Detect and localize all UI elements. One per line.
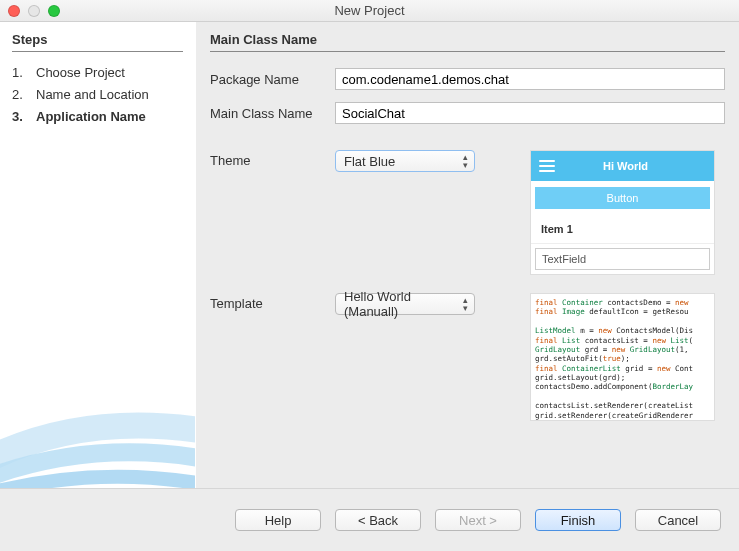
template-code-preview: final Container contactsDemo = new final… — [530, 293, 715, 421]
chevron-updown-icon: ▴▾ — [463, 153, 468, 169]
template-select-value: Hello World (Manuall) — [344, 289, 454, 319]
next-button: Next > — [435, 509, 521, 531]
preview-item: Item 1 — [531, 215, 714, 244]
step-item-1: 1. Choose Project — [12, 62, 183, 84]
preview-title: Hi World — [563, 160, 706, 172]
template-label: Template — [210, 293, 335, 311]
close-window-icon[interactable] — [8, 5, 20, 17]
main-panel: Main Class Name Package Name Main Class … — [196, 22, 739, 488]
footer-buttons: Help < Back Next > Finish Cancel — [0, 488, 739, 551]
steps-heading: Steps — [12, 32, 183, 52]
step-label: Name and Location — [36, 84, 149, 106]
finish-button[interactable]: Finish — [535, 509, 621, 531]
traffic-lights — [0, 5, 60, 17]
decorative-swoosh-icon — [0, 348, 196, 488]
cancel-button[interactable]: Cancel — [635, 509, 721, 531]
row-package-name: Package Name — [210, 68, 725, 90]
chevron-updown-icon: ▴▾ — [463, 296, 468, 312]
package-name-input[interactable] — [335, 68, 725, 90]
row-main-class-name: Main Class Name — [210, 102, 725, 124]
main-class-name-input[interactable] — [335, 102, 725, 124]
package-name-label: Package Name — [210, 72, 335, 87]
back-button[interactable]: < Back — [335, 509, 421, 531]
titlebar: New Project — [0, 0, 739, 22]
help-button[interactable]: Help — [235, 509, 321, 531]
preview-button: Button — [535, 187, 710, 209]
step-num: 1. — [12, 62, 26, 84]
step-label: Application Name — [36, 106, 146, 128]
steps-list: 1. Choose Project 2. Name and Location 3… — [12, 62, 183, 128]
theme-preview: Hi World Button Item 1 TextField — [530, 150, 715, 275]
minimize-window-icon — [28, 5, 40, 17]
template-select[interactable]: Hello World (Manuall) ▴▾ — [335, 293, 475, 315]
step-item-2: 2. Name and Location — [12, 84, 183, 106]
zoom-window-icon[interactable] — [48, 5, 60, 17]
theme-label: Theme — [210, 150, 335, 168]
hamburger-icon — [539, 160, 555, 172]
main-class-name-label: Main Class Name — [210, 106, 335, 121]
preview-textfield: TextField — [535, 248, 710, 270]
preview-header: Hi World — [531, 151, 714, 181]
steps-sidebar: Steps 1. Choose Project 2. Name and Loca… — [0, 22, 196, 488]
main-heading: Main Class Name — [210, 32, 725, 52]
row-theme: Theme Flat Blue ▴▾ Hi World Button Item … — [210, 150, 725, 275]
step-label: Choose Project — [36, 62, 125, 84]
step-num: 2. — [12, 84, 26, 106]
theme-select-value: Flat Blue — [344, 154, 395, 169]
window-title: New Project — [0, 3, 739, 18]
row-template: Template Hello World (Manuall) ▴▾ final … — [210, 293, 725, 421]
step-item-3-current: 3. Application Name — [12, 106, 183, 128]
step-num: 3. — [12, 106, 26, 128]
theme-select[interactable]: Flat Blue ▴▾ — [335, 150, 475, 172]
